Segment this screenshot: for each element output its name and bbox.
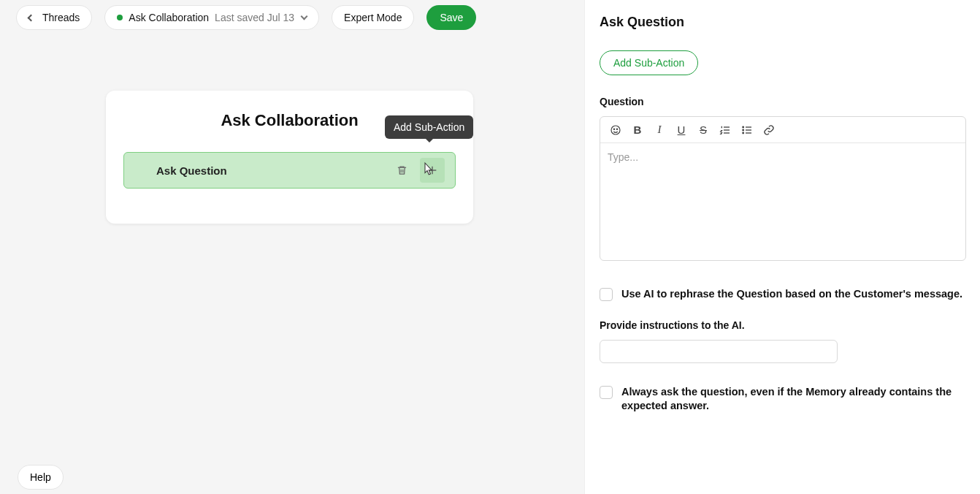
trash-icon: [397, 164, 407, 176]
ai-rephrase-checkbox[interactable]: [600, 288, 613, 301]
underline-button[interactable]: U: [672, 121, 691, 140]
delete-action-button[interactable]: [389, 158, 414, 183]
panel-title: Ask Question: [600, 15, 965, 30]
save-button[interactable]: Save: [426, 5, 476, 30]
add-sub-action-button[interactable]: [420, 158, 445, 183]
unordered-list-icon: [741, 124, 753, 136]
canvas-area: Threads Ask Collaboration Last saved Jul…: [0, 0, 584, 494]
tooltip: Add Sub-Action: [385, 115, 473, 139]
chevron-left-icon: [28, 14, 35, 21]
panel-add-sub-action-button[interactable]: Add Sub-Action: [600, 50, 698, 75]
always-ask-row: Always ask the question, even if the Mem…: [600, 385, 966, 414]
flow-card: Ask Collaboration Ask Question: [106, 91, 473, 224]
editor-placeholder: Type...: [608, 151, 638, 163]
back-button[interactable]: Threads: [16, 5, 92, 30]
ai-rephrase-row: Use AI to rephrase the Question based on…: [600, 287, 966, 302]
svg-point-3: [743, 126, 744, 128]
flow-name-label: Ask Collaboration: [129, 12, 209, 23]
action-row[interactable]: Ask Question: [123, 152, 456, 189]
chevron-down-icon: [301, 13, 308, 20]
editor-toolbar: B I U S: [600, 117, 965, 143]
emoji-icon: [610, 124, 621, 136]
italic-button[interactable]: I: [650, 121, 669, 140]
emoji-button[interactable]: [606, 121, 625, 140]
always-ask-checkbox[interactable]: [600, 386, 613, 399]
link-button[interactable]: [759, 121, 778, 140]
ai-instructions-label: Provide instructions to the AI.: [600, 319, 965, 331]
question-editor: B I U S Type...: [600, 116, 966, 261]
expert-mode-label: Expert Mode: [344, 12, 402, 23]
expert-mode-button[interactable]: Expert Mode: [332, 5, 414, 30]
side-panel: Ask Question Add Sub-Action Question B I…: [584, 0, 980, 494]
question-textarea[interactable]: Type...: [600, 143, 965, 260]
svg-point-0: [611, 126, 620, 134]
flow-status-dropdown[interactable]: Ask Collaboration Last saved Jul 13: [104, 5, 319, 30]
svg-point-2: [616, 129, 617, 129]
ai-instructions-input[interactable]: [600, 340, 838, 363]
svg-point-4: [743, 129, 744, 131]
ordered-list-button[interactable]: [716, 121, 735, 140]
plus-icon: [426, 164, 438, 176]
back-label: Threads: [42, 12, 80, 23]
help-label: Help: [30, 471, 51, 483]
status-dot-icon: [117, 15, 123, 20]
strike-button[interactable]: S: [694, 121, 713, 140]
bold-button[interactable]: B: [628, 121, 647, 140]
top-buttons: Threads Ask Collaboration Last saved Jul…: [16, 5, 476, 30]
question-section-label: Question: [600, 96, 965, 107]
link-icon: [763, 124, 775, 136]
always-ask-label: Always ask the question, even if the Mem…: [621, 385, 966, 414]
ai-rephrase-label: Use AI to rephrase the Question based on…: [621, 287, 962, 302]
saved-label: Last saved Jul 13: [215, 12, 294, 23]
svg-point-1: [613, 129, 614, 129]
action-icons: [389, 158, 445, 183]
unordered-list-button[interactable]: [738, 121, 757, 140]
help-button[interactable]: Help: [18, 465, 64, 490]
svg-point-5: [743, 132, 744, 134]
ordered-list-icon: [719, 124, 731, 136]
action-label: Ask Question: [156, 164, 227, 177]
